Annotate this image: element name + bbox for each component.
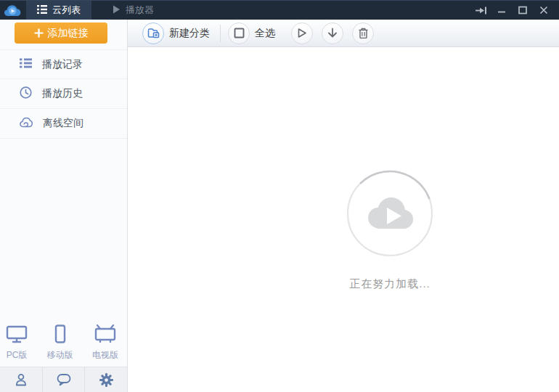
- app-window: 云列表 播放器: [0, 0, 559, 392]
- sidebar: 添加链接 播放记录: [0, 20, 128, 392]
- message-button[interactable]: [42, 367, 85, 392]
- close-button[interactable]: [536, 4, 552, 17]
- play-all-button[interactable]: [291, 23, 313, 44]
- playlist-icon: [20, 58, 32, 70]
- sidebar-item-label: 播放历史: [42, 87, 83, 100]
- sidebar-item-label: 离线空间: [43, 117, 83, 130]
- delete-button[interactable]: [352, 23, 374, 44]
- user-button[interactable]: [0, 367, 42, 392]
- version-links: PC版 移动版 电视版: [0, 321, 127, 366]
- list-icon: [37, 5, 47, 16]
- sidebar-item-play-records[interactable]: 播放记录: [0, 49, 127, 79]
- loading-text: 正在努力加载...: [349, 277, 431, 291]
- play-triangle-icon: [113, 5, 121, 16]
- tab-player[interactable]: 播放器: [102, 1, 165, 20]
- new-folder-icon: [147, 28, 160, 38]
- play-icon: [297, 28, 307, 38]
- select-all-button[interactable]: [228, 23, 250, 44]
- main-content: 正在努力加载...: [128, 48, 559, 392]
- tab-cloud-list[interactable]: 云列表: [26, 1, 91, 20]
- download-button[interactable]: [322, 23, 343, 44]
- add-link-label: 添加链接: [48, 27, 89, 40]
- toolbar-divider: [220, 25, 221, 42]
- version-item-tv[interactable]: 电视版: [92, 321, 118, 366]
- pin-icon: [475, 6, 487, 15]
- plus-icon: [34, 28, 44, 38]
- sidebar-item-play-history[interactable]: 播放历史: [0, 79, 127, 109]
- cloud-play-icon: [368, 197, 413, 229]
- sidebar-bottombar: [0, 367, 127, 392]
- tv-icon: [94, 324, 116, 346]
- monitor-icon: [6, 325, 28, 346]
- version-item-pc[interactable]: PC版: [6, 321, 28, 366]
- clock-icon: [20, 86, 32, 101]
- new-category-button[interactable]: [142, 23, 164, 44]
- chat-icon: [57, 373, 71, 386]
- window-controls: [473, 1, 559, 20]
- version-label-mobile: 移动版: [47, 349, 73, 362]
- maximize-button[interactable]: [515, 4, 531, 17]
- download-icon: [327, 28, 338, 39]
- offline-cloud-icon: [20, 117, 33, 130]
- new-category-label[interactable]: 新建分类: [169, 27, 210, 40]
- select-all-label[interactable]: 全选: [255, 27, 275, 40]
- settings-button[interactable]: [84, 367, 127, 392]
- phone-icon: [54, 324, 66, 346]
- maximize-icon: [518, 6, 527, 15]
- sidebar-item-offline-space[interactable]: 离线空间: [0, 109, 127, 139]
- app-logo-icon: [0, 1, 26, 20]
- gear-icon: [99, 373, 113, 387]
- sidebar-item-label: 播放记录: [42, 58, 83, 71]
- version-item-mobile[interactable]: 移动版: [47, 321, 73, 366]
- minimize-icon: [497, 6, 506, 15]
- loading-indicator: 正在努力加载...: [346, 170, 433, 291]
- close-icon: [539, 6, 548, 15]
- sidebar-menu: 播放记录 播放历史 离: [0, 49, 127, 139]
- pin-button[interactable]: [473, 4, 489, 17]
- minimize-button[interactable]: [494, 4, 510, 17]
- checkbox-icon: [234, 28, 245, 38]
- toolbar: 新建分类 全选: [128, 20, 559, 47]
- loading-spinner: [346, 170, 433, 257]
- titlebar: 云列表 播放器: [0, 0, 559, 20]
- trash-icon: [358, 28, 369, 39]
- version-label-tv: 电视版: [92, 349, 118, 362]
- add-link-button[interactable]: 添加链接: [15, 23, 107, 44]
- user-icon: [15, 373, 28, 386]
- version-label-pc: PC版: [7, 349, 28, 362]
- tab-cloud-list-label: 云列表: [52, 4, 81, 17]
- tab-player-label: 播放器: [126, 4, 154, 17]
